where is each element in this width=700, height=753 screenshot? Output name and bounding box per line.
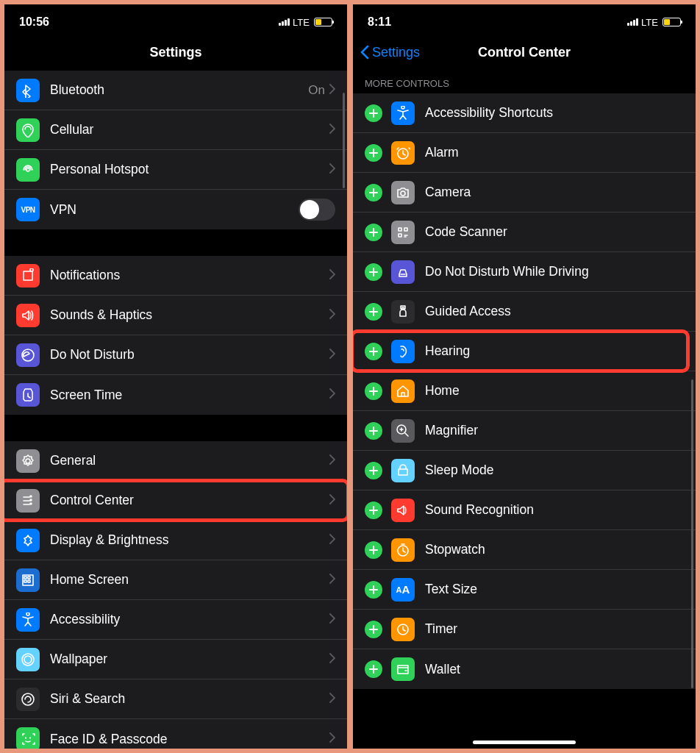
control-row-hearing: Hearing <box>353 332 696 371</box>
add-button[interactable] <box>365 462 382 479</box>
guided-icon <box>391 300 415 324</box>
home-icon <box>391 379 415 403</box>
control-row-dndwd: Do Not Disturb While Driving <box>353 252 696 292</box>
row-siri[interactable]: Siri & Search <box>4 679 347 719</box>
row-detail: On <box>308 83 325 98</box>
row-notifications[interactable]: Notifications <box>4 256 347 296</box>
add-button[interactable] <box>365 422 382 440</box>
row-screentime[interactable]: Screen Time <box>4 375 347 415</box>
control-center-screen: 8:11 LTE Settings Control Center MORE CO… <box>353 4 696 749</box>
add-button[interactable] <box>365 541 382 559</box>
back-label: Settings <box>372 45 420 60</box>
add-button[interactable] <box>365 581 382 599</box>
section-header: MORE CONTROLS <box>353 71 696 93</box>
nav-header: Settings Control Center <box>353 34 696 71</box>
control-row-magnifier: Magnifier <box>353 411 696 451</box>
row-homescreen[interactable]: Home Screen <box>4 560 347 600</box>
accessibility-icon <box>16 608 40 632</box>
add-button[interactable] <box>365 502 382 519</box>
control-row-home: Home <box>353 371 696 411</box>
wallpaper-icon <box>16 648 40 671</box>
chevron-left-icon <box>360 45 369 60</box>
row-label: Bluetooth <box>50 82 308 98</box>
row-general[interactable]: General <box>4 441 347 481</box>
status-right: LTE <box>627 17 681 28</box>
section-gap <box>4 415 347 441</box>
control-label: Wallet <box>425 662 684 677</box>
row-display[interactable]: Display & Brightness <box>4 521 347 560</box>
homescreen-icon <box>16 568 40 592</box>
control-row-codescanner: Code Scanner <box>353 213 696 252</box>
sleep-icon <box>391 459 415 482</box>
chevron-right-icon <box>329 534 335 547</box>
row-label: Wallpaper <box>50 652 329 667</box>
row-cellular[interactable]: Cellular <box>4 110 347 150</box>
add-button[interactable] <box>365 184 382 201</box>
nav-header: Settings <box>4 34 347 71</box>
add-button[interactable] <box>365 343 382 360</box>
controls-list[interactable]: MORE CONTROLS Accessibility ShortcutsAla… <box>353 71 696 749</box>
row-label: Notifications <box>50 268 329 283</box>
carrier-label: LTE <box>293 17 310 28</box>
page-title: Settings <box>149 45 201 60</box>
chevron-right-icon <box>329 349 335 362</box>
row-faceid[interactable]: Face ID & Passcode <box>4 719 347 749</box>
control-label: Stopwatch <box>425 542 684 557</box>
row-controlcenter[interactable]: Control Center <box>4 481 347 521</box>
control-label: Magnifier <box>425 423 684 438</box>
status-right: LTE <box>279 17 332 28</box>
row-accessibility[interactable]: Accessibility <box>4 600 347 640</box>
battery-icon <box>662 18 681 26</box>
settings-screen: 10:56 LTE Settings BluetoothOnCellularPe… <box>4 4 347 749</box>
control-row-textsize: AAText Size <box>353 570 696 610</box>
vpn-toggle[interactable] <box>299 199 335 221</box>
control-row-camera: Camera <box>353 173 696 213</box>
settings-list[interactable]: BluetoothOnCellularPersonal HotspotVPNVP… <box>4 71 347 749</box>
control-row-a11y: Accessibility Shortcuts <box>353 93 696 133</box>
control-label: Timer <box>425 621 684 637</box>
dnd-icon <box>16 343 40 367</box>
status-bar: 8:11 LTE <box>353 4 696 34</box>
control-row-soundrec: Sound Recognition <box>353 490 696 530</box>
home-indicator[interactable] <box>473 740 576 744</box>
row-sounds[interactable]: Sounds & Haptics <box>4 296 347 335</box>
chevron-right-icon <box>329 494 335 507</box>
add-button[interactable] <box>365 621 382 638</box>
carrier-label: LTE <box>641 17 658 28</box>
signal-icon <box>627 18 638 26</box>
control-row-timer: Timer <box>353 610 696 649</box>
control-row-stopwatch: Stopwatch <box>353 530 696 570</box>
vpn-icon: VPN <box>16 198 40 221</box>
status-time: 10:56 <box>19 15 49 29</box>
control-row-wallet: Wallet <box>353 649 696 689</box>
row-label: Do Not Disturb <box>50 347 329 363</box>
add-button[interactable] <box>365 224 382 241</box>
timer-icon <box>391 618 415 641</box>
row-bluetooth[interactable]: BluetoothOn <box>4 71 347 110</box>
add-button[interactable] <box>365 263 382 281</box>
back-button[interactable]: Settings <box>360 45 420 60</box>
control-row-guided: Guided Access <box>353 292 696 332</box>
screentime-icon <box>16 383 40 407</box>
row-label: Personal Hotspot <box>50 162 329 177</box>
bluetooth-icon <box>16 79 40 102</box>
add-button[interactable] <box>365 144 382 162</box>
controlcenter-icon <box>16 489 40 513</box>
add-button[interactable] <box>365 303 382 321</box>
add-button[interactable] <box>365 382 382 400</box>
row-dnd[interactable]: Do Not Disturb <box>4 335 347 375</box>
chevron-right-icon <box>329 388 335 402</box>
chevron-right-icon <box>329 163 335 176</box>
row-hotspot[interactable]: Personal Hotspot <box>4 150 347 190</box>
status-bar: 10:56 LTE <box>4 4 347 34</box>
chevron-right-icon <box>329 454 335 468</box>
row-wallpaper[interactable]: Wallpaper <box>4 640 347 679</box>
add-button[interactable] <box>365 104 382 122</box>
status-time: 8:11 <box>368 15 391 29</box>
display-icon <box>16 529 40 552</box>
row-vpn[interactable]: VPNVPN <box>4 190 347 229</box>
section-gap <box>4 229 347 256</box>
row-label: Home Screen <box>50 572 329 588</box>
add-button[interactable] <box>365 660 382 678</box>
chevron-right-icon <box>329 269 335 282</box>
